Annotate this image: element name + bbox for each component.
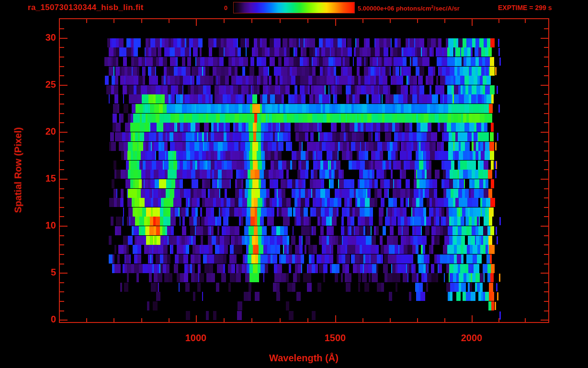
- y-axis-tick: [60, 38, 68, 39]
- colorbar-gradient: [233, 2, 355, 13]
- y-axis-tick-right: [544, 160, 548, 161]
- y-axis-tick: [60, 169, 64, 170]
- x-axis-tick-top: [444, 18, 445, 23]
- y-axis-tick: [60, 150, 64, 151]
- colorbar-max-text: 5.00000e+06 photons/cm: [358, 5, 431, 12]
- x-axis-tick: [525, 318, 526, 323]
- x-axis-tick-top: [113, 18, 114, 23]
- spectral-heatmap-canvas: [0, 0, 588, 368]
- x-axis-tick: [280, 318, 281, 323]
- y-axis-tick: [60, 132, 68, 133]
- x-axis-tick: [335, 315, 336, 323]
- y-axis-tick-right: [544, 169, 548, 170]
- y-axis-tick: [60, 122, 64, 123]
- y-axis-tick-right: [541, 132, 548, 133]
- y-axis-tick: [60, 282, 64, 283]
- x-axis-tick: [498, 318, 499, 323]
- x-axis-tick-top: [472, 18, 473, 26]
- y-axis-tick: [60, 75, 64, 76]
- y-axis-tick-right: [541, 179, 548, 180]
- plot-border-bottom: [59, 322, 549, 323]
- colorbar-max-label: 5.00000e+06 photons/cm2/sec/A/sr: [358, 4, 460, 12]
- x-axis-tick: [390, 318, 391, 323]
- y-axis-tick: [60, 85, 68, 86]
- y-axis-tick-label: 0: [27, 314, 56, 325]
- y-axis-tick-label: 30: [27, 32, 56, 43]
- x-axis-tick-top: [169, 18, 170, 23]
- y-axis-tick-right: [541, 85, 548, 86]
- y-axis-tick: [60, 197, 64, 198]
- y-axis-tick: [60, 179, 68, 180]
- y-axis-tick-right: [544, 291, 548, 292]
- y-axis-tick: [60, 216, 64, 217]
- y-axis-tick-right: [541, 38, 548, 39]
- x-axis-tick-top: [335, 18, 336, 26]
- y-axis-tick: [60, 104, 64, 104]
- y-axis-tick-label: 25: [27, 79, 56, 90]
- y-axis-tick-right: [544, 197, 548, 198]
- x-axis-tick-top: [417, 18, 418, 23]
- y-axis-tick: [60, 273, 68, 274]
- y-axis-tick: [60, 188, 64, 189]
- x-axis-tick-top: [224, 18, 225, 23]
- y-axis-tick-right: [544, 301, 548, 302]
- y-axis-tick-right: [544, 94, 548, 95]
- y-axis-tick-right: [544, 113, 548, 114]
- x-axis-tick-top: [498, 18, 499, 23]
- y-axis-tick: [60, 291, 64, 292]
- x-axis-tick: [472, 315, 473, 323]
- x-axis-tick-top: [251, 18, 252, 23]
- x-axis-tick: [141, 318, 142, 323]
- y-axis-tick-right: [544, 264, 548, 264]
- y-axis-tick: [60, 113, 64, 114]
- x-axis-tick: [417, 318, 418, 323]
- y-axis-tick: [60, 94, 64, 95]
- y-axis-tick: [60, 47, 64, 48]
- x-axis-tick: [307, 318, 308, 323]
- plot-border-top: [59, 18, 549, 19]
- y-axis-tick-label: 20: [27, 126, 56, 137]
- exptime-label: EXPTIME = 299 s: [498, 4, 552, 12]
- y-axis-tick-label: 5: [27, 267, 56, 278]
- y-axis-tick-right: [541, 273, 548, 274]
- y-axis-tick-right: [544, 28, 548, 29]
- y-axis-tick: [60, 57, 64, 58]
- x-axis-tick-top: [196, 18, 197, 26]
- filename-title: ra_150730130344_hisb_lin.fit: [28, 3, 144, 12]
- colorbar-max-units: /sec/A/sr: [434, 5, 460, 12]
- y-axis-tick: [60, 320, 68, 321]
- x-axis-tick: [444, 318, 445, 323]
- y-axis-tick: [60, 254, 64, 255]
- plot-border-right: [548, 18, 549, 323]
- y-axis-tick-right: [544, 244, 548, 245]
- x-axis-tick-top: [280, 18, 281, 23]
- y-axis-tick-right: [544, 141, 548, 142]
- x-axis-tick-top: [390, 18, 391, 23]
- y-axis-tick: [60, 207, 64, 208]
- y-axis-tick: [60, 244, 64, 245]
- y-axis-tick-right: [544, 47, 548, 48]
- x-axis-tick-label: 2000: [452, 333, 491, 344]
- y-axis-tick: [60, 310, 64, 311]
- y-axis-tick: [60, 264, 64, 264]
- x-axis-tick-label: 1000: [177, 333, 215, 344]
- x-axis-tick: [224, 318, 225, 323]
- x-axis-tick-top: [525, 18, 526, 23]
- x-axis-tick: [86, 318, 87, 323]
- y-axis-tick-right: [544, 282, 548, 283]
- x-axis-tick: [113, 318, 114, 323]
- y-axis-tick-right: [544, 57, 548, 58]
- y-axis-tick-right: [544, 235, 548, 236]
- x-axis-tick: [362, 318, 363, 323]
- y-axis-tick: [60, 160, 64, 161]
- x-axis-tick: [251, 318, 252, 323]
- y-axis-tick-right: [544, 150, 548, 151]
- y-axis-tick: [60, 301, 64, 302]
- y-axis-tick: [60, 66, 64, 67]
- colorbar-min-label: 0: [224, 4, 227, 12]
- y-axis-tick-right: [544, 216, 548, 217]
- x-axis-tick: [196, 315, 197, 323]
- y-axis-tick-right: [544, 75, 548, 76]
- y-axis-title: Spatial Row (Pixel): [13, 127, 24, 213]
- y-axis-tick-label: 10: [27, 220, 56, 231]
